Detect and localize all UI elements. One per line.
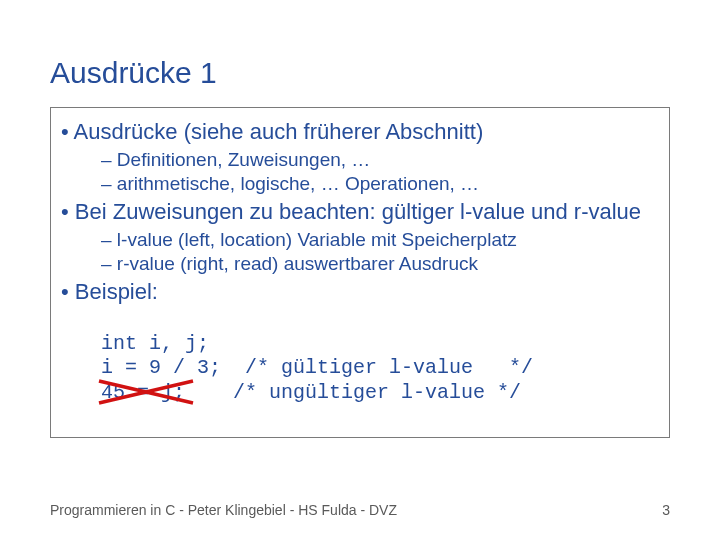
page-title: Ausdrücke 1 bbox=[50, 56, 670, 89]
page-number: 3 bbox=[662, 502, 670, 518]
content-box: Ausdrücke (siehe auch früherer Abschnitt… bbox=[50, 107, 670, 438]
list-item: r-value (right, read) auswertbarer Ausdr… bbox=[101, 252, 659, 276]
code-line: int i, j; bbox=[101, 332, 209, 355]
list-item: Bei Zuweisungen zu beachten: gültiger l-… bbox=[61, 198, 659, 226]
slide: Ausdrücke 1 Ausdrücke (siehe auch früher… bbox=[0, 0, 720, 540]
code-block: int i, j; i = 9 / 3; /* gültiger l-value… bbox=[101, 308, 659, 430]
list-item: arithmetische, logische, … Operationen, … bbox=[101, 172, 659, 196]
footer-text: Programmieren in C - Peter Klingebiel - … bbox=[50, 502, 397, 518]
list-item: Definitionen, Zuweisungen, … bbox=[101, 148, 659, 172]
slide-footer: Programmieren in C - Peter Klingebiel - … bbox=[50, 502, 670, 518]
code-invalid-assignment: 45 = j; bbox=[101, 381, 185, 405]
list-item: l-value (left, location) Variable mit Sp… bbox=[101, 228, 659, 252]
code-line: i = 9 / 3; /* gültiger l-value */ bbox=[101, 356, 533, 379]
list-item: Ausdrücke (siehe auch früherer Abschnitt… bbox=[61, 118, 659, 146]
code-text: /* ungültiger l-value */ bbox=[185, 381, 521, 404]
list-item: Beispiel: bbox=[61, 278, 659, 306]
code-text: 45 = j; bbox=[101, 381, 185, 404]
